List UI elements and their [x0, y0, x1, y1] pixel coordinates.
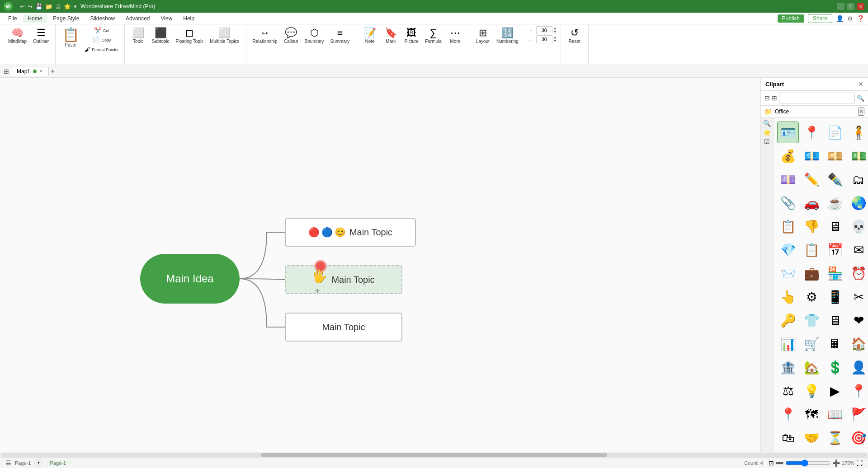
- clipart-item-21[interactable]: 📋: [801, 239, 822, 261]
- clipart-item-13[interactable]: 🚗: [801, 192, 822, 214]
- clipart-item-11[interactable]: 🗂: [848, 168, 868, 190]
- menu-home[interactable]: Home: [23, 14, 47, 23]
- close-button[interactable]: ✕: [857, 3, 864, 10]
- clipart-item-5[interactable]: 💶: [801, 145, 822, 167]
- height-input[interactable]: [536, 35, 552, 43]
- floating-topic-button[interactable]: ◻ Floating Topic: [173, 26, 207, 46]
- clipart-item-14[interactable]: ☕: [824, 192, 846, 214]
- maximize-button[interactable]: □: [847, 3, 854, 10]
- clipart-item-47[interactable]: 📍: [848, 380, 868, 402]
- settings-icon[interactable]: ⚙: [847, 15, 853, 22]
- topic-bottom-node[interactable]: Main Topic: [285, 313, 402, 342]
- width-down-button[interactable]: ▼: [553, 30, 557, 34]
- print-button[interactable]: 🖨: [55, 3, 61, 10]
- clipart-item-0[interactable]: 🪪: [777, 122, 799, 143]
- minimize-button[interactable]: —: [837, 3, 844, 10]
- clipart-item-10[interactable]: ✒️: [824, 168, 846, 190]
- relationship-button[interactable]: ↔ Relationship: [250, 26, 280, 46]
- menu-page-style[interactable]: Page Style: [48, 14, 84, 23]
- clipart-item-40[interactable]: 🏦: [777, 356, 799, 378]
- more-qa-button[interactable]: ▾: [74, 3, 77, 10]
- height-down-button[interactable]: ▼: [553, 39, 557, 43]
- clipart-item-6[interactable]: 💴: [824, 145, 846, 167]
- clipart-item-49[interactable]: 🗺: [801, 403, 822, 425]
- clipart-item-33[interactable]: 👕: [801, 309, 822, 331]
- add-page-button[interactable]: +: [34, 459, 42, 467]
- subtopic-button[interactable]: ⬛ Subtopic: [149, 26, 172, 46]
- menu-help[interactable]: Help: [179, 14, 199, 23]
- main-idea-node[interactable]: Main Idea: [140, 254, 240, 304]
- topic-middle-node[interactable]: 🖐 ✛ Main Topic: [285, 265, 402, 294]
- panel-close-button[interactable]: ✕: [858, 80, 863, 88]
- clipart-search-input[interactable]: [779, 93, 855, 103]
- clipart-item-29[interactable]: ⚙: [801, 286, 822, 308]
- panel-nav-star[interactable]: ⭐: [763, 129, 771, 136]
- paste-button[interactable]: 📋 Paste: [59, 26, 82, 50]
- clipart-item-48[interactable]: 📍: [777, 403, 799, 425]
- category-close-button[interactable]: ✕: [858, 108, 864, 116]
- clipart-item-2[interactable]: 📄: [824, 122, 846, 143]
- clipart-item-23[interactable]: ✉: [848, 239, 868, 261]
- help-icon[interactable]: ❓: [857, 15, 864, 22]
- clipart-item-24[interactable]: 📨: [777, 262, 799, 284]
- clipart-item-54[interactable]: ⏳: [824, 427, 846, 449]
- clipart-item-25[interactable]: 💼: [801, 262, 822, 284]
- picture-button[interactable]: 🖼 Picture: [401, 26, 421, 46]
- clipart-item-50[interactable]: 📖: [824, 403, 846, 425]
- clipart-item-39[interactable]: 🏠: [848, 333, 868, 355]
- clipart-item-46[interactable]: ▶: [824, 380, 846, 402]
- outliner-button[interactable]: ☰ Outliner: [30, 26, 52, 46]
- panel-nav-check[interactable]: ☑: [764, 138, 770, 145]
- format-painter-button[interactable]: 🖌 Format Painter: [83, 45, 121, 54]
- clipart-item-37[interactable]: 🛒: [801, 333, 822, 355]
- clipart-item-19[interactable]: 💀: [848, 215, 868, 237]
- summary-button[interactable]: ≡ Summary: [327, 26, 352, 46]
- clipart-item-42[interactable]: 💲: [824, 356, 846, 378]
- clipart-item-1[interactable]: 📍: [801, 122, 822, 143]
- clipart-item-15[interactable]: 🌏: [848, 192, 868, 214]
- clipart-item-34[interactable]: 🖥: [824, 309, 846, 331]
- panel-grid-view[interactable]: ⊞: [772, 94, 777, 102]
- width-input[interactable]: [536, 26, 552, 34]
- tab-close-icon[interactable]: ✕: [39, 69, 43, 74]
- clipart-item-51[interactable]: 🚩: [848, 403, 868, 425]
- clipart-item-26[interactable]: 🏪: [824, 262, 846, 284]
- star-button[interactable]: ⭐: [64, 3, 71, 10]
- topic-button[interactable]: ⬜ Topic: [128, 26, 148, 46]
- clipart-item-18[interactable]: 🖥: [824, 215, 846, 237]
- more-button[interactable]: ⋯ More: [445, 26, 465, 46]
- clipart-item-17[interactable]: 👎: [801, 215, 822, 237]
- layout-button[interactable]: ⊞ Layout: [473, 26, 493, 46]
- clipart-item-45[interactable]: 💡: [801, 380, 822, 402]
- clipart-item-41[interactable]: 🏡: [801, 356, 822, 378]
- clipart-item-35[interactable]: ❤: [848, 309, 868, 331]
- redo-button[interactable]: ↪: [28, 3, 33, 10]
- clipart-item-22[interactable]: 📅: [824, 239, 846, 261]
- panel-list-view[interactable]: ⊟: [764, 94, 770, 102]
- menu-view[interactable]: View: [156, 14, 177, 23]
- clipart-item-28[interactable]: 👆: [777, 286, 799, 308]
- clipart-item-44[interactable]: ⚖: [777, 380, 799, 402]
- reset-button[interactable]: ↺ Reset: [565, 26, 585, 46]
- zoom-out-button[interactable]: ➖: [776, 459, 783, 467]
- publish-button[interactable]: Publish: [778, 14, 804, 23]
- clipart-item-3[interactable]: 🧍: [848, 122, 868, 143]
- clipart-item-31[interactable]: ✂: [848, 286, 868, 308]
- clipart-item-27[interactable]: ⏰: [848, 262, 868, 284]
- zoom-fit-button[interactable]: ⊡: [769, 459, 774, 467]
- multiple-topics-button[interactable]: ⬜ Multiple Topics: [207, 26, 242, 46]
- undo-button[interactable]: ↩: [20, 3, 25, 10]
- share-button[interactable]: Share: [808, 14, 832, 23]
- clipart-item-7[interactable]: 💵: [848, 145, 868, 167]
- callout-button[interactable]: 💬 Callout: [281, 26, 301, 46]
- menu-slideshow[interactable]: Slideshow: [85, 14, 119, 23]
- zoom-slider[interactable]: [785, 459, 830, 467]
- note-button[interactable]: 📝 Note: [360, 26, 380, 46]
- save-button[interactable]: 💾: [35, 3, 42, 10]
- panel-search-icon[interactable]: 🔍: [857, 94, 864, 102]
- mindmap-button[interactable]: 🧠 MindMap: [5, 26, 29, 46]
- cut-button[interactable]: ✂️ Cut: [83, 26, 121, 35]
- panel-nav-search[interactable]: 🔍: [763, 120, 771, 127]
- clipart-item-55[interactable]: 🎯: [848, 427, 868, 449]
- boundary-button[interactable]: ⬡ Boundary: [302, 26, 327, 46]
